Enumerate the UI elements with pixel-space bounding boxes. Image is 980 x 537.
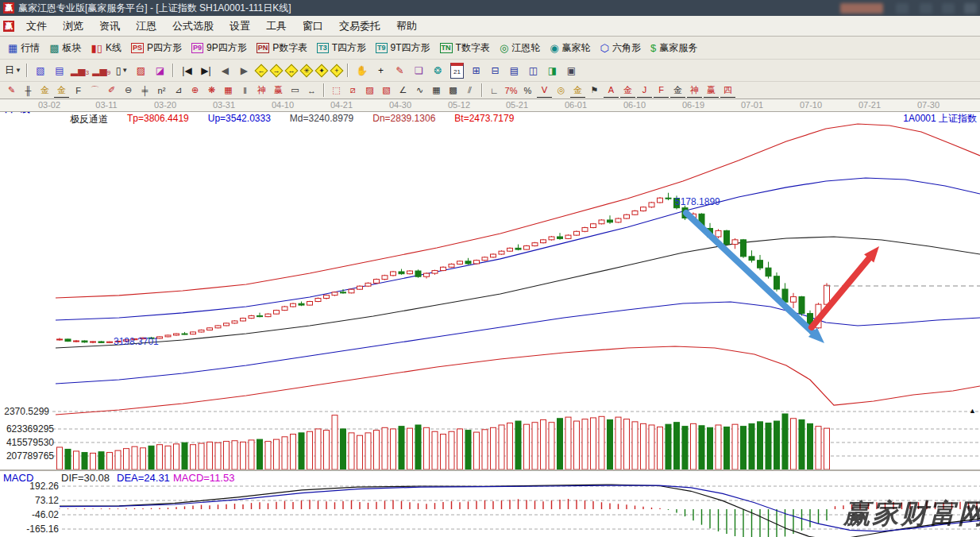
f-line-tool[interactable]: F	[71, 83, 86, 97]
compass-tool[interactable]: ⊕	[187, 83, 203, 97]
n2-tool[interactable]: n²	[154, 83, 169, 97]
zoom-out-button[interactable]: ←	[254, 64, 268, 77]
pencil-tool[interactable]: ✎	[4, 83, 19, 97]
beat-tool[interactable]: ‖	[237, 83, 253, 97]
pattern-box-tool[interactable]: ▨	[362, 83, 377, 97]
pct7-tool[interactable]: 7%	[504, 83, 519, 97]
print-tool[interactable]: ▣	[562, 63, 580, 78]
menu-item-公式选股[interactable]: 公式选股	[164, 17, 222, 36]
gann-line-tool[interactable]: ╫	[21, 83, 36, 97]
menu-item-江恩[interactable]: 江恩	[128, 17, 164, 36]
shift-tool[interactable]: ↔	[304, 83, 319, 97]
pattern-box2-tool[interactable]: ▧	[379, 83, 394, 97]
gold2-tool[interactable]: 金	[620, 83, 635, 98]
matrix-tool[interactable]: ▦	[429, 83, 444, 97]
info-panel-tool[interactable]: ▤	[51, 63, 68, 78]
winner-angle-tool[interactable]: 赢	[704, 83, 719, 98]
winner-line-tool[interactable]: 赢	[271, 83, 286, 97]
quote-button[interactable]: ▦行情	[3, 41, 44, 56]
notes-tool[interactable]: ▤	[505, 63, 523, 78]
9t-square-button[interactable]: T99T四方形	[371, 41, 435, 56]
four-angle-tool[interactable]: 四	[720, 83, 735, 98]
calculator-tool[interactable]: ⊞	[467, 63, 484, 78]
stamp-tool[interactable]: ❏	[410, 63, 427, 78]
sector-button[interactable]: ▩板块	[44, 41, 86, 56]
winner-service-button[interactable]: $赢家服务	[646, 41, 702, 56]
menu-item-文件[interactable]: 文件	[18, 17, 55, 36]
ruler-tool[interactable]: ▭	[287, 83, 303, 97]
step-chart-tool[interactable]: ∟	[487, 83, 502, 97]
slash-tool[interactable]: ⫽	[462, 83, 477, 97]
restore-button[interactable]	[920, 3, 932, 14]
menu-item-窗口[interactable]: 窗口	[295, 17, 331, 36]
zone-draw-tool[interactable]: ▧	[32, 63, 49, 78]
menu-item-浏览[interactable]: 浏览	[55, 17, 91, 36]
bow-tool[interactable]: ⌒	[87, 83, 102, 97]
gold-ratio-tool[interactable]: 金	[37, 83, 52, 97]
f-angle-tool[interactable]: F	[654, 83, 669, 98]
candle-style-tool[interactable]: ▯▼	[113, 63, 130, 78]
gold-circle-tool[interactable]: ◎	[554, 83, 569, 97]
hexagon-button[interactable]: ⬡六角形	[596, 41, 646, 56]
title-bar[interactable]: 赢 赢家江恩专业版[赢家服务平台] - [上证指数 SH1A0001-111日K…	[0, 0, 980, 16]
angle-line-tool[interactable]: ∠	[395, 83, 411, 97]
maximize-button[interactable]	[942, 3, 955, 14]
gann-wheel-button[interactable]: ◎江恩轮	[495, 41, 545, 56]
close-button[interactable]	[964, 3, 977, 14]
menu-item-帮助[interactable]: 帮助	[388, 17, 425, 36]
symbol-label[interactable]: 1A0001 上证指数	[903, 112, 977, 126]
percent-tool[interactable]: %	[520, 83, 535, 97]
last-page-button[interactable]: ▶|	[197, 63, 214, 78]
p-table-button[interactable]: PNP数字表	[252, 41, 313, 56]
first-page-button[interactable]: |◀	[178, 63, 195, 78]
gold-underline-tool[interactable]: 金	[570, 83, 585, 98]
save-tool[interactable]: ◫	[524, 63, 542, 78]
menu-item-设置[interactable]: 设置	[222, 17, 258, 36]
kline-button[interactable]: ▮▯K线	[87, 41, 126, 56]
crosshair-tool[interactable]: +	[372, 63, 389, 78]
price-volume-tool[interactable]: ◪	[151, 63, 168, 78]
winner-wheel-button[interactable]: ◉赢家轮	[545, 41, 595, 56]
zoom-in-button[interactable]: →	[269, 64, 283, 77]
magic-angle-tool[interactable]: 神	[687, 83, 702, 98]
magic-line-tool[interactable]: 神	[254, 83, 269, 97]
menu-item-资讯[interactable]: 资讯	[91, 17, 128, 36]
j-angle-tool[interactable]: J	[637, 83, 652, 98]
full-view-button[interactable]: +	[330, 64, 343, 77]
wave-tool[interactable]: ∿	[412, 83, 427, 97]
brush-tool[interactable]: ✐	[104, 83, 119, 97]
minimize-button[interactable]	[896, 3, 909, 14]
grid-window-tool[interactable]: ▦	[221, 83, 236, 97]
bars-3-tool[interactable]: ▂▅₃	[70, 63, 90, 78]
scroll-up-marker[interactable]: ▲	[969, 407, 976, 415]
mind-map-tool[interactable]: ❂	[429, 63, 446, 78]
t-square-button[interactable]: T3T四方形	[312, 41, 371, 56]
export-tool[interactable]: ◨	[543, 63, 561, 78]
star-scale-button[interactable]: ✦	[314, 64, 328, 77]
fan-lines-tool[interactable]: ⧄	[345, 83, 361, 97]
prev-page-button[interactable]: ◀	[216, 63, 233, 78]
gold-angle-tool[interactable]: 金	[670, 83, 685, 98]
abacus-tool[interactable]: ⊟	[486, 63, 504, 78]
compress-button[interactable]: ✳	[299, 64, 313, 77]
menu-item-交易委托[interactable]: 交易委托	[331, 17, 388, 36]
calendar-tool[interactable]: 21	[448, 63, 465, 78]
9p-square-button[interactable]: P99P四方形	[187, 41, 252, 56]
cut-tool[interactable]: ✎	[391, 63, 408, 78]
gold-price-tool[interactable]: 金	[54, 83, 69, 98]
angle-tool[interactable]: ⊿	[171, 83, 186, 97]
expand-button[interactable]: ↔	[284, 64, 298, 77]
next-page-button[interactable]: ▶	[235, 63, 253, 78]
flag-tool[interactable]: ⚑	[587, 83, 602, 97]
chip-distribution-tool[interactable]: ▨	[132, 63, 149, 78]
bars-9-tool[interactable]: ▂▅₉	[91, 63, 111, 78]
a-wave-tool[interactable]: A	[604, 83, 619, 98]
hatch-tool[interactable]: ╪	[137, 83, 152, 97]
indicator-name[interactable]: 极反通道	[70, 113, 108, 126]
spiderweb-tool[interactable]: ❋	[204, 83, 219, 97]
period-day-selector[interactable]: 日▼	[4, 63, 22, 78]
t-table-button[interactable]: TNT数字表	[435, 41, 495, 56]
p-square-button[interactable]: PSP四方形	[126, 41, 187, 56]
five-line-tool[interactable]: Ⅴ	[537, 83, 552, 98]
matrix2-tool[interactable]: ▩	[446, 83, 461, 97]
